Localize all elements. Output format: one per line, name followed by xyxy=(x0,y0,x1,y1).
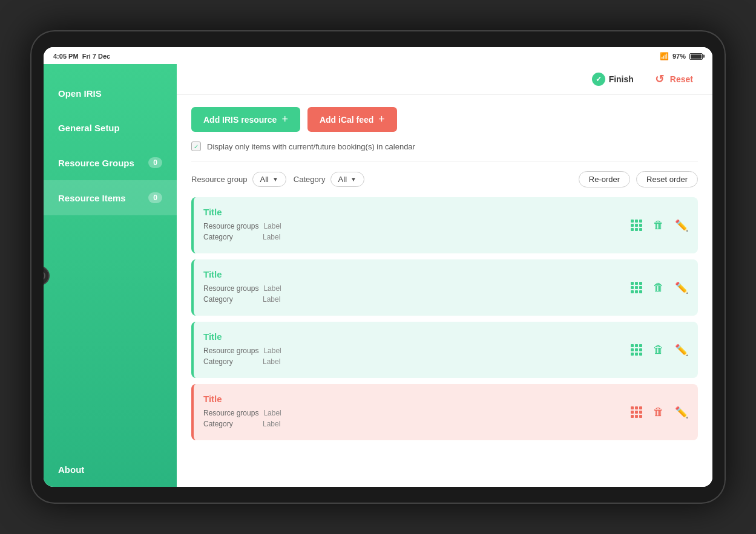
edit-icon[interactable]: ✏️ xyxy=(675,344,688,357)
card-actions: 🗑 ✏️ xyxy=(631,219,688,232)
finish-label: Finish xyxy=(609,74,634,84)
drag-handle-icon[interactable] xyxy=(631,406,642,418)
edit-icon[interactable]: ✏️ xyxy=(675,406,688,419)
card-meta-groups: Resource groups Label xyxy=(203,409,631,417)
card-actions: 🗑 ✏️ xyxy=(631,406,688,419)
delete-icon[interactable]: 🗑 xyxy=(653,219,664,232)
sidebar-badge: 0 xyxy=(148,157,162,168)
resource-card: Title Resource groups Label Category Lab… xyxy=(191,197,698,253)
edit-icon[interactable]: ✏️ xyxy=(675,219,688,232)
filter-actions: Re-order Reset order xyxy=(579,171,698,187)
card-meta-groups: Resource groups Label xyxy=(203,284,631,293)
main-content: Open IRIS General Setup Resource Groups … xyxy=(44,64,712,487)
chevron-down-icon: ▼ xyxy=(350,176,357,183)
reset-button[interactable]: ↺ Reset xyxy=(648,70,698,88)
reset-order-button[interactable]: Reset order xyxy=(636,171,698,187)
meta-value: Label xyxy=(263,357,280,366)
card-title: Title xyxy=(203,207,631,217)
right-panel: ✓ Finish ↺ Reset Add IRIS resource + xyxy=(177,64,712,487)
status-right: 📶 97% xyxy=(660,52,703,60)
wifi-icon: 📶 xyxy=(660,52,669,60)
add-iris-resource-button[interactable]: Add IRIS resource + xyxy=(191,107,300,132)
meta-value: Label xyxy=(263,284,281,293)
add-iris-label: Add IRIS resource xyxy=(203,115,277,125)
plus-icon: + xyxy=(378,113,385,126)
card-meta-groups: Resource groups Label xyxy=(203,347,631,355)
checkbox-row[interactable]: ✓ Display only items with current/future… xyxy=(191,142,698,161)
drag-handle-icon[interactable] xyxy=(631,344,642,356)
checkbox-label: Display only items with current/future b… xyxy=(207,142,415,151)
card-content: Title Resource groups Label Category Lab… xyxy=(203,331,631,368)
card-meta-groups: Resource groups Label xyxy=(203,222,631,230)
resource-group-filter: Resource group All ▼ xyxy=(191,172,286,187)
sidebar-item-label: General Setup xyxy=(58,123,120,133)
add-ical-label: Add iCal feed xyxy=(320,115,373,125)
card-actions: 🗑 ✏️ xyxy=(631,344,688,357)
card-meta-category: Category Label xyxy=(203,420,631,428)
meta-value: Label xyxy=(263,347,281,355)
filter-row: Resource group All ▼ Category All ▼ xyxy=(191,171,698,187)
tablet-screen: 4:05 PM Fri 7 Dec 📶 97% Open IRIS Ge xyxy=(44,47,712,487)
card-content: Title Resource groups Label Category Lab… xyxy=(203,207,631,244)
sidebar-item-label: Open IRIS xyxy=(58,88,102,99)
resource-group-select[interactable]: All ▼ xyxy=(252,172,286,187)
meta-key: Category xyxy=(203,357,258,366)
plus-icon: + xyxy=(281,113,288,126)
sidebar-item-about[interactable]: About xyxy=(44,452,177,487)
header-actions: ✓ Finish ↺ Reset xyxy=(177,64,712,95)
meta-key: Category xyxy=(203,233,258,241)
content-area: Add IRIS resource + Add iCal feed + ✓ Di… xyxy=(177,95,712,487)
checkbox[interactable]: ✓ xyxy=(191,142,201,151)
resource-group-label: Resource group xyxy=(191,175,248,184)
category-label: Category xyxy=(294,175,326,184)
resource-group-value: All xyxy=(260,175,269,184)
resource-card: Title Resource groups Label Category Lab… xyxy=(191,322,698,378)
finish-icon: ✓ xyxy=(592,73,605,86)
delete-icon[interactable]: 🗑 xyxy=(653,281,664,294)
add-ical-feed-button[interactable]: Add iCal feed + xyxy=(307,107,397,132)
meta-value: Label xyxy=(263,295,280,304)
card-meta-category: Category Label xyxy=(203,233,631,241)
category-value: All xyxy=(338,175,347,184)
reset-label: Reset xyxy=(670,74,693,84)
meta-key: Resource groups xyxy=(203,222,258,230)
category-select[interactable]: All ▼ xyxy=(330,172,364,187)
meta-value: Label xyxy=(263,233,280,241)
card-title: Title xyxy=(203,394,631,404)
action-buttons: Add IRIS resource + Add iCal feed + xyxy=(191,107,698,132)
drag-handle-icon[interactable] xyxy=(631,220,642,231)
sidebar-item-general-setup[interactable]: General Setup xyxy=(44,111,177,145)
category-filter: Category All ▼ xyxy=(294,172,364,187)
sidebar: Open IRIS General Setup Resource Groups … xyxy=(44,64,177,487)
reorder-button[interactable]: Re-order xyxy=(579,171,630,187)
sidebar-item-resource-groups[interactable]: Resource Groups 0 xyxy=(44,145,177,180)
meta-key: Category xyxy=(203,295,258,304)
edit-icon[interactable]: ✏️ xyxy=(675,281,688,295)
sidebar-item-label: Resource Groups xyxy=(58,158,134,168)
finish-button[interactable]: ✓ Finish xyxy=(587,70,639,88)
status-bar: 4:05 PM Fri 7 Dec 📶 97% xyxy=(44,47,712,64)
card-content: Title Resource groups Label Category Lab… xyxy=(203,269,631,306)
home-button-inner xyxy=(44,270,45,281)
delete-icon[interactable]: 🗑 xyxy=(653,406,664,418)
tablet-frame: 4:05 PM Fri 7 Dec 📶 97% Open IRIS Ge xyxy=(30,30,726,504)
battery-percentage: 97% xyxy=(672,53,686,60)
card-title: Title xyxy=(203,331,631,342)
sidebar-badge: 0 xyxy=(148,192,162,203)
battery-icon xyxy=(689,53,703,60)
card-meta-category: Category Label xyxy=(203,357,631,366)
drag-handle-icon[interactable] xyxy=(631,282,642,293)
sidebar-item-open-iris[interactable]: Open IRIS xyxy=(44,76,177,111)
sidebar-item-label: Resource Items xyxy=(58,193,126,203)
meta-key: Resource groups xyxy=(203,347,258,355)
card-meta-category: Category Label xyxy=(203,295,631,304)
status-time: 4:05 PM Fri 7 Dec xyxy=(53,53,110,60)
resource-card: Title Resource groups Label Category Lab… xyxy=(191,384,698,440)
chevron-down-icon: ▼ xyxy=(272,176,278,183)
sidebar-item-resource-items[interactable]: Resource Items 0 xyxy=(44,180,177,215)
card-actions: 🗑 ✏️ xyxy=(631,281,688,295)
delete-icon[interactable]: 🗑 xyxy=(653,344,664,356)
reset-icon: ↺ xyxy=(653,73,666,86)
card-title: Title xyxy=(203,269,631,279)
meta-value: Label xyxy=(263,420,280,428)
